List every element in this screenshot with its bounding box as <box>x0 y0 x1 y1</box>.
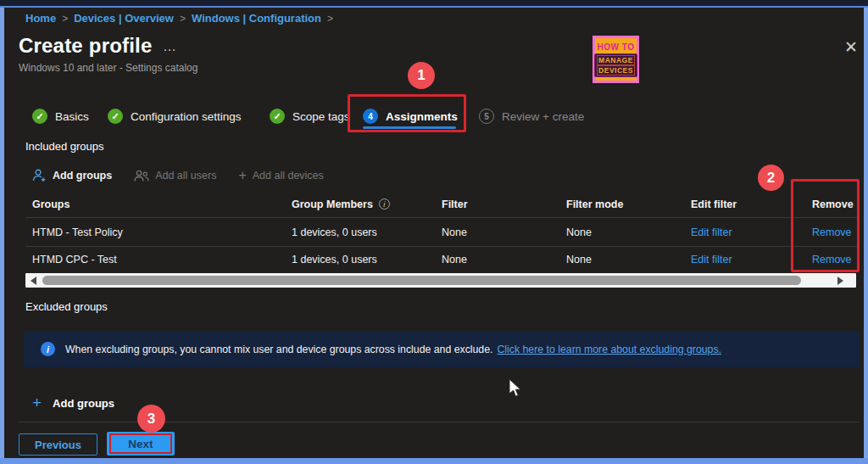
page-subtitle: Windows 10 and later - Settings catalog <box>19 62 198 74</box>
scroll-left-icon[interactable] <box>31 277 36 285</box>
table-row: HTMD - Test Policy 1 devices, 0 users No… <box>0 226 868 243</box>
window-right-edge <box>864 8 868 464</box>
group-name: HTMD CPC - Test <box>32 254 117 266</box>
plus-icon: + <box>238 168 246 183</box>
excluded-groups-heading: Excluded groups <box>25 300 108 313</box>
next-button-label: Next <box>128 438 153 450</box>
annotation-box-next: Next <box>109 433 172 454</box>
window-bottom-edge <box>0 458 868 464</box>
logo-text-manage: MANAGE <box>597 55 635 65</box>
previous-button[interactable]: Previous <box>19 433 97 456</box>
add-groups-button[interactable]: Add groups <box>32 169 112 182</box>
page-title: Create profile <box>19 34 153 58</box>
groups-table-header: Groups Group Membersi Filter Filter mode… <box>0 198 868 215</box>
annotation-box-remove-column <box>791 179 860 272</box>
check-icon: ✓ <box>32 109 47 124</box>
column-filter: Filter <box>442 198 468 210</box>
excluding-groups-learn-more-link[interactable]: Click here to learn more about excluding… <box>497 344 721 355</box>
column-groups: Groups <box>32 198 70 210</box>
tab-scope-tags-label: Scope tags <box>292 110 350 123</box>
column-group-members-label: Group Members <box>292 198 373 210</box>
excluded-add-groups-button[interactable]: + Add groups <box>32 395 114 411</box>
edit-filter-link[interactable]: Edit filter <box>691 226 732 238</box>
column-edit-filter: Edit filter <box>691 198 737 210</box>
group-filter: None <box>442 254 467 266</box>
plus-icon: + <box>32 395 42 411</box>
info-banner: i When excluding groups, you cannot mix … <box>24 331 860 367</box>
tab-configuration-settings-label: Configuration settings <box>131 110 242 123</box>
info-banner-text: When excluding groups, you cannot mix us… <box>65 344 492 355</box>
howtomanagedevices-logo: HOW TO MANAGE DEVICES <box>593 36 639 83</box>
info-icon[interactable]: i <box>379 198 390 210</box>
add-all-devices-label: Add all devices <box>253 170 324 182</box>
info-icon: i <box>41 342 55 356</box>
scroll-right-icon[interactable] <box>837 277 843 285</box>
tab-review-create[interactable]: 5 Review + create <box>479 105 584 127</box>
table-divider <box>25 217 860 218</box>
group-filter-mode: None <box>566 226 592 238</box>
tab-review-create-label: Review + create <box>502 110 584 123</box>
tab-scope-tags[interactable]: ✓ Scope tags <box>270 105 350 127</box>
included-groups-actions: Add groups Add all users + Add all devic… <box>32 167 324 184</box>
included-groups-heading: Included groups <box>25 140 104 153</box>
group-name: HTMD - Test Policy <box>32 226 123 238</box>
tab-configuration-settings[interactable]: ✓ Configuration settings <box>108 105 242 127</box>
table-row: HTMD CPC - Test 1 devices, 0 users None … <box>0 254 868 271</box>
more-options-icon[interactable]: … <box>163 39 178 54</box>
people-icon <box>134 170 149 182</box>
annotation-callout-3: 3 <box>137 405 165 433</box>
breadcrumb: Home>Devices | Overview>Windows | Config… <box>25 12 339 25</box>
table-divider <box>25 246 860 247</box>
mouse-cursor-icon <box>509 379 522 398</box>
breadcrumb-separator: > <box>180 13 186 25</box>
breadcrumb-item[interactable]: Devices | Overview <box>74 12 174 25</box>
add-all-devices-button[interactable]: + Add all devices <box>238 168 323 183</box>
logo-text-devices: DEVICES <box>597 65 635 75</box>
breadcrumb-item[interactable]: Windows | Configuration <box>192 12 321 25</box>
annotation-box-assignments <box>348 94 466 132</box>
logo-text-box: MANAGE DEVICES <box>594 53 637 77</box>
step-number-icon: 5 <box>479 109 494 124</box>
annotation-callout-1: 1 <box>408 62 435 89</box>
horizontal-scrollbar[interactable] <box>25 273 856 288</box>
close-icon[interactable]: ✕ <box>844 37 858 57</box>
window-left-edge <box>0 8 4 464</box>
group-filter-mode: None <box>566 254 592 266</box>
edit-filter-link[interactable]: Edit filter <box>691 254 732 266</box>
person-add-icon <box>32 169 47 182</box>
scrollbar-thumb[interactable] <box>42 276 801 285</box>
window-top-edge <box>0 0 868 8</box>
annotation-callout-2: 2 <box>758 165 784 191</box>
column-group-members: Group Membersi <box>292 198 390 210</box>
excluded-add-groups-label: Add groups <box>53 397 114 410</box>
logo-text-top: HOW TO <box>598 42 635 52</box>
breadcrumb-item[interactable]: Home <box>25 12 56 25</box>
tab-basics[interactable]: ✓ Basics <box>32 105 89 127</box>
add-groups-label: Add groups <box>53 170 112 182</box>
check-icon: ✓ <box>108 109 123 124</box>
group-filter: None <box>442 226 467 238</box>
next-button[interactable]: Next <box>107 432 175 456</box>
breadcrumb-separator: > <box>62 13 68 25</box>
breadcrumb-separator: > <box>327 13 333 25</box>
group-members: 1 devices, 0 users <box>292 226 377 238</box>
tab-basics-label: Basics <box>55 110 89 123</box>
add-all-users-button[interactable]: Add all users <box>134 170 216 182</box>
check-icon: ✓ <box>270 109 285 124</box>
previous-button-label: Previous <box>35 439 81 451</box>
add-all-users-label: Add all users <box>155 170 216 182</box>
create-profile-blade: Home>Devices | Overview>Windows | Config… <box>0 0 868 464</box>
column-filter-mode: Filter mode <box>566 198 623 210</box>
group-members: 1 devices, 0 users <box>292 254 377 266</box>
